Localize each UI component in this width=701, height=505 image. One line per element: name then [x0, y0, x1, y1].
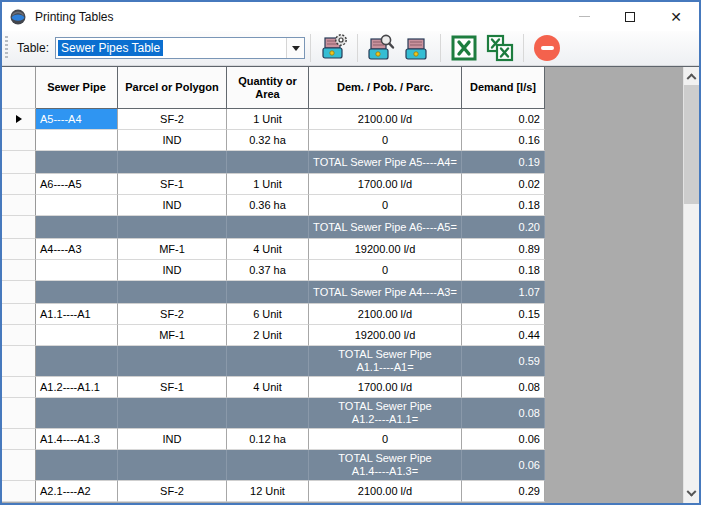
- grid-data-row[interactable]: A4----A3MF-14 Unit19200.00 l/d0.89: [2, 239, 545, 260]
- grid-data-row[interactable]: IND0.37 ha00.18: [2, 260, 545, 281]
- cell-parcel-polygon[interactable]: MF-1: [118, 325, 227, 346]
- cell-parcel-polygon[interactable]: [118, 398, 227, 429]
- grid-data-row[interactable]: IND0.32 ha00.16: [2, 130, 545, 151]
- grid-total-row[interactable]: TOTAL Sewer PipeA1.4----A1.3=0.06: [2, 450, 545, 481]
- cell-sewer-pipe[interactable]: A2.1----A2: [36, 481, 118, 502]
- cell-demand-total[interactable]: 0.20: [462, 216, 545, 239]
- cell-sewer-pipe[interactable]: [36, 260, 118, 281]
- cell-parcel-polygon[interactable]: [118, 281, 227, 304]
- cell-sewer-pipe[interactable]: A6----A5: [36, 174, 118, 195]
- cell-parcel-polygon[interactable]: SF-1: [118, 174, 227, 195]
- grid-data-row[interactable]: IND0.36 ha00.18: [2, 195, 545, 216]
- header-demand[interactable]: Demand [l/s]: [462, 67, 545, 109]
- grid-data-row[interactable]: A5----A4SF-21 Unit2100.00 l/d0.02: [2, 109, 545, 130]
- table-select[interactable]: Sewer Pipes Table: [55, 37, 305, 59]
- row-selector-cell[interactable]: [2, 377, 36, 398]
- cell-sewer-pipe[interactable]: A1.2----A1.1: [36, 377, 118, 398]
- row-selector-cell[interactable]: [2, 260, 36, 281]
- cell-demand-total[interactable]: 0.59: [462, 346, 545, 377]
- cell-parcel-polygon[interactable]: [118, 216, 227, 239]
- header-parcel-polygon[interactable]: Parcel or Polygon: [118, 67, 227, 109]
- cell-demand-total[interactable]: 0.19: [462, 151, 545, 174]
- cell-demand[interactable]: 0.06: [462, 429, 545, 450]
- print-setup-button[interactable]: [318, 33, 350, 64]
- cell-sewer-pipe[interactable]: [36, 281, 118, 304]
- cell-demand[interactable]: 0.08: [462, 377, 545, 398]
- row-selector-cell[interactable]: [2, 151, 36, 174]
- total-label-cell[interactable]: TOTAL Sewer PipeA1.1----A1=: [309, 346, 462, 377]
- cell-sewer-pipe[interactable]: A5----A4: [36, 109, 118, 130]
- cell-parcel-polygon[interactable]: IND: [118, 260, 227, 281]
- vertical-scrollbar[interactable]: [683, 67, 699, 503]
- print-preview-button[interactable]: [365, 33, 397, 64]
- cell-demand[interactable]: 0.89: [462, 239, 545, 260]
- cell-quantity-area[interactable]: 0.36 ha: [227, 195, 309, 216]
- row-selector-cell[interactable]: [2, 429, 36, 450]
- row-selector-cell[interactable]: [2, 346, 36, 377]
- cell-demand-total[interactable]: 0.08: [462, 398, 545, 429]
- cell-parcel-polygon[interactable]: [118, 346, 227, 377]
- cell-quantity-area[interactable]: 0.32 ha: [227, 130, 309, 151]
- maximize-button[interactable]: [607, 2, 653, 31]
- cell-sewer-pipe[interactable]: A4----A3: [36, 239, 118, 260]
- row-selector-cell[interactable]: [2, 450, 36, 481]
- cell-parcel-polygon[interactable]: SF-2: [118, 304, 227, 325]
- cell-demand[interactable]: 0.02: [462, 174, 545, 195]
- grid-total-row[interactable]: TOTAL Sewer Pipe A4----A3=1.07: [2, 281, 545, 304]
- cell-demand[interactable]: 0.18: [462, 260, 545, 281]
- cell-demand[interactable]: 0.44: [462, 325, 545, 346]
- cell-parcel-polygon[interactable]: [118, 450, 227, 481]
- export-excel-button[interactable]: [448, 33, 480, 64]
- cell-dem-pob-parc[interactable]: 19200.00 l/d: [309, 325, 462, 346]
- cell-quantity-area[interactable]: 12 Unit: [227, 481, 309, 502]
- cell-demand[interactable]: 0.18: [462, 195, 545, 216]
- cell-quantity-area[interactable]: 6 Unit: [227, 304, 309, 325]
- cell-sewer-pipe[interactable]: [36, 346, 118, 377]
- toolbar-grip[interactable]: [5, 36, 8, 60]
- cell-quantity-area[interactable]: [227, 450, 309, 481]
- cell-demand[interactable]: 0.29: [462, 481, 545, 502]
- grid-data-row[interactable]: A2.1----A2SF-212 Unit2100.00 l/d0.29: [2, 481, 545, 502]
- cell-sewer-pipe[interactable]: A1.4----A1.3: [36, 429, 118, 450]
- cell-dem-pob-parc[interactable]: 1700.00 l/d: [309, 377, 462, 398]
- cell-parcel-polygon[interactable]: IND: [118, 130, 227, 151]
- close-button[interactable]: ✕: [653, 2, 699, 31]
- total-label-cell[interactable]: TOTAL Sewer Pipe A5----A4=: [309, 151, 462, 174]
- row-selector-cell[interactable]: [2, 325, 36, 346]
- grid-total-row[interactable]: TOTAL Sewer PipeA1.2----A1.1=0.08: [2, 398, 545, 429]
- cell-quantity-area[interactable]: 0.37 ha: [227, 260, 309, 281]
- cell-quantity-area[interactable]: 4 Unit: [227, 239, 309, 260]
- cell-parcel-polygon[interactable]: SF-2: [118, 481, 227, 502]
- export-excel-all-button[interactable]: [484, 33, 516, 64]
- grid-total-row[interactable]: TOTAL Sewer PipeA1.1----A1=0.59: [2, 346, 545, 377]
- grid-data-row[interactable]: A1.4----A1.3IND0.12 ha00.06: [2, 429, 545, 450]
- cell-quantity-area[interactable]: 2 Unit: [227, 325, 309, 346]
- minimize-button[interactable]: [561, 2, 607, 31]
- cell-quantity-area[interactable]: [227, 216, 309, 239]
- cell-quantity-area[interactable]: 4 Unit: [227, 377, 309, 398]
- row-selector-cell[interactable]: [2, 216, 36, 239]
- cell-quantity-area[interactable]: 0.12 ha: [227, 429, 309, 450]
- cell-parcel-polygon[interactable]: [118, 151, 227, 174]
- cell-demand[interactable]: 0.16: [462, 130, 545, 151]
- grid-data-row[interactable]: A1.1----A1SF-26 Unit2100.00 l/d0.15: [2, 304, 545, 325]
- table-select-dropdown-button[interactable]: [286, 38, 304, 58]
- row-selector-cell[interactable]: [2, 304, 36, 325]
- cell-parcel-polygon[interactable]: IND: [118, 195, 227, 216]
- cell-parcel-polygon[interactable]: IND: [118, 429, 227, 450]
- close-tables-button[interactable]: [531, 33, 563, 64]
- print-button[interactable]: [401, 33, 433, 64]
- cell-sewer-pipe[interactable]: [36, 398, 118, 429]
- grid-total-row[interactable]: TOTAL Sewer Pipe A6----A5=0.20: [2, 216, 545, 239]
- grid-data-row[interactable]: A6----A5SF-11 Unit1700.00 l/d0.02: [2, 174, 545, 195]
- row-selector-cell[interactable]: [2, 174, 36, 195]
- cell-quantity-area[interactable]: [227, 281, 309, 304]
- cell-sewer-pipe[interactable]: [36, 325, 118, 346]
- grid-data-row[interactable]: A1.2----A1.1SF-14 Unit1700.00 l/d0.08: [2, 377, 545, 398]
- cell-dem-pob-parc[interactable]: 2100.00 l/d: [309, 304, 462, 325]
- cell-quantity-area[interactable]: 1 Unit: [227, 109, 309, 130]
- cell-dem-pob-parc[interactable]: 2100.00 l/d: [309, 481, 462, 502]
- header-row-selector[interactable]: [2, 67, 36, 109]
- total-label-cell[interactable]: TOTAL Sewer PipeA1.2----A1.1=: [309, 398, 462, 429]
- row-selector-cell[interactable]: [2, 398, 36, 429]
